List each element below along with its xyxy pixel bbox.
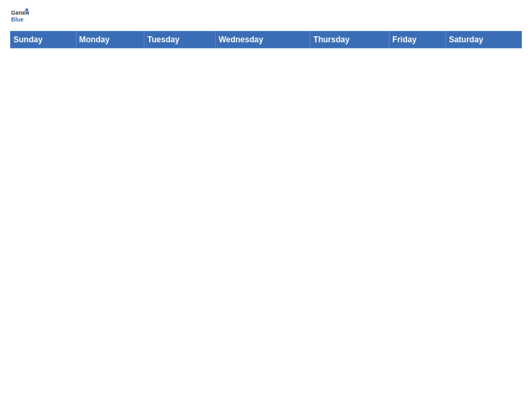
svg-text:Blue: Blue [11, 16, 24, 23]
weekday-header: Tuesday [144, 32, 216, 48]
logo-icon: General Blue [10, 7, 29, 26]
header: General Blue [10, 7, 522, 26]
weekday-header: Friday [390, 32, 446, 48]
weekday-header: Sunday [11, 32, 77, 48]
calendar-table: SundayMondayTuesdayWednesdayThursdayFrid… [10, 31, 522, 48]
weekday-header: Saturday [446, 32, 522, 48]
weekday-header: Monday [76, 32, 144, 48]
weekday-header: Wednesday [216, 32, 310, 48]
weekday-header-row: SundayMondayTuesdayWednesdayThursdayFrid… [11, 32, 522, 48]
weekday-header: Thursday [310, 32, 390, 48]
page-container: General Blue SundayMondayTuesdayWednesda… [0, 0, 532, 52]
logo: General Blue [10, 7, 29, 26]
